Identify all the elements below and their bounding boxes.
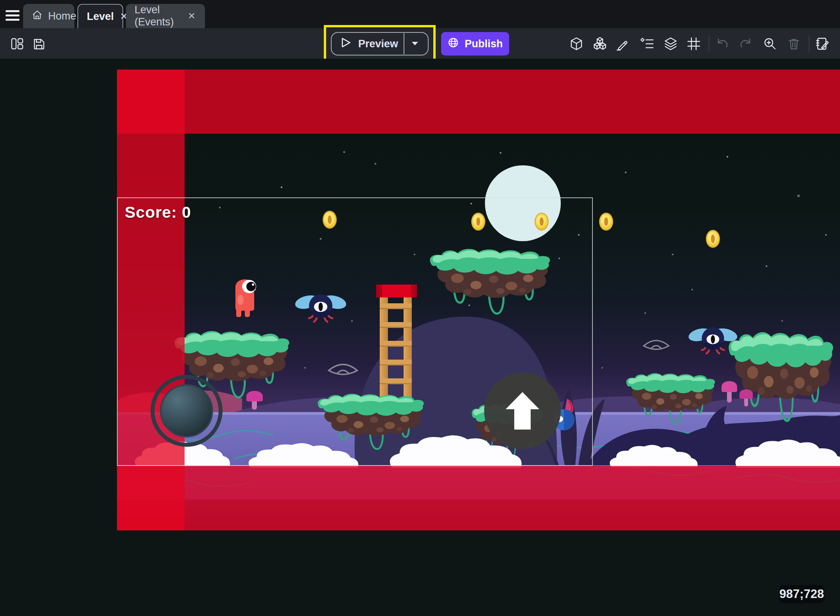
undo-icon[interactable] — [714, 35, 731, 52]
coin-sprite[interactable] — [706, 230, 720, 248]
instances-list-icon[interactable] — [639, 35, 656, 52]
edit-note-icon[interactable] — [814, 35, 831, 52]
preview-dropdown[interactable] — [404, 33, 425, 54]
play-icon — [339, 37, 352, 51]
menu-hamburger-icon[interactable] — [5, 10, 20, 21]
cloud-decoration — [608, 443, 702, 467]
tab-level-events[interactable]: Level (Events) ✕ — [126, 4, 205, 28]
tab-label: Level (Events) — [135, 4, 181, 28]
coin-sprite[interactable] — [599, 213, 613, 231]
fly-enemy-sprite[interactable] — [689, 324, 737, 355]
toolbar-divider — [809, 36, 809, 52]
cursor-coordinates-badge: 987;728 — [779, 585, 824, 603]
arrow-up-icon — [506, 392, 539, 430]
grid-icon[interactable] — [685, 35, 702, 52]
jump-button[interactable] — [484, 372, 561, 449]
trash-icon[interactable] — [785, 35, 802, 52]
tab-home[interactable]: Home — [23, 4, 74, 28]
toolbar-divider — [709, 36, 709, 52]
zoom-in-icon[interactable] — [761, 35, 779, 52]
publish-label: Publish — [465, 38, 503, 50]
redo-icon[interactable] — [737, 35, 754, 52]
tab-bar: Home Level ✕ Level (Events) ✕ — [0, 0, 840, 28]
platform-sprite[interactable] — [726, 328, 840, 437]
globe-icon — [447, 37, 459, 51]
caret-down-icon — [411, 41, 419, 47]
pencil-icon[interactable] — [614, 35, 632, 52]
tab-label: Level — [87, 11, 114, 23]
joystick-knob[interactable] — [160, 384, 213, 437]
tab-level[interactable]: Level ✕ — [77, 4, 123, 28]
platform-sprite[interactable] — [624, 371, 724, 433]
preview-button[interactable]: Preview — [331, 32, 429, 56]
eye-decoration[interactable] — [642, 337, 670, 355]
objects-icon[interactable] — [591, 35, 608, 52]
cloud-decoration — [733, 437, 840, 467]
tab-label: Home — [48, 10, 76, 22]
save-icon[interactable] — [31, 35, 48, 52]
preview-label: Preview — [358, 38, 398, 50]
scene-editor-canvas[interactable]: Score: 0 — [0, 59, 840, 616]
close-icon[interactable]: ✕ — [187, 11, 196, 21]
publish-button[interactable]: Publish — [441, 32, 509, 56]
home-icon — [32, 9, 43, 23]
red-zone-top[interactable] — [117, 70, 840, 134]
cube-icon[interactable] — [568, 35, 585, 52]
game-editor-window: Home Level ✕ Level (Events) ✕ Preview — [0, 0, 840, 616]
level-viewport: Score: 0 — [117, 70, 840, 530]
panels-icon[interactable] — [9, 35, 26, 52]
score-text[interactable]: Score: 0 — [125, 203, 191, 222]
layers-icon[interactable] — [662, 35, 679, 52]
red-zone-bottom[interactable] — [117, 466, 840, 530]
